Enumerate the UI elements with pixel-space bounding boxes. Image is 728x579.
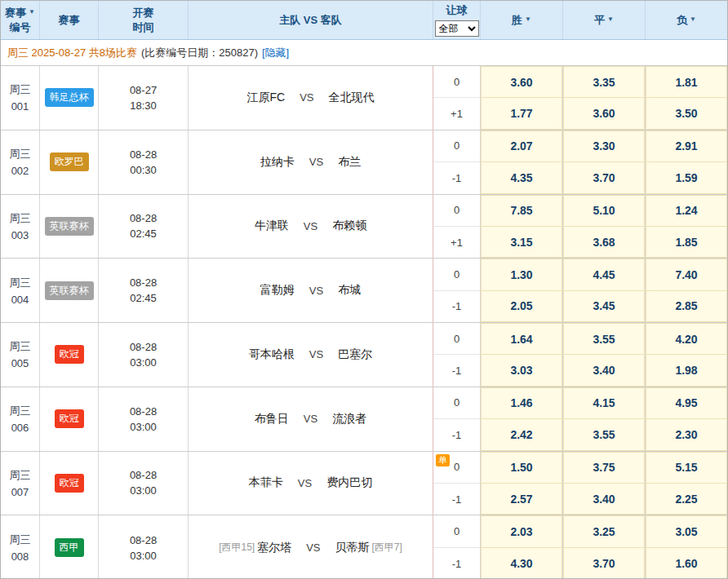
header-draw: 平 ▼ [563,1,646,39]
away-team: 巴塞尔 [338,347,372,362]
away-team: 费内巴切 [326,475,372,490]
handicap-bottom: +1 [433,97,480,129]
handicap-bottom: -1 [433,354,480,386]
match-row: 周三 004 英联赛杯 08-28 02:45 富勒姆 VS 布城 单 0 -1 [1,259,727,323]
handicap-bottom: -1 [433,161,480,193]
handicap-top: 单 0 [433,259,480,290]
sort-arrow-icon[interactable]: ▼ [29,8,35,17]
draw-odds-bottom: 3.68 [563,226,645,258]
lose-odds-cell: 7.40 2.85 [646,259,727,322]
header-win: 胜 ▼ [481,1,563,39]
draw-odds-top: 3.25 [563,515,645,548]
match-day: 周三 [10,276,31,290]
match-date: 08-28 [130,341,157,353]
date-summary-bar: 周三 2025-08-27 共8场比赛 (比赛编号日期：250827) [隐藏] [1,40,727,66]
time-cell: 08-28 00:30 [99,130,189,194]
match-day: 周三 [10,82,31,97]
header-match-number-label1: 赛事 [5,6,26,20]
win-odds-bottom: 1.77 [481,97,562,129]
handicap-filter-select[interactable]: 全部 [435,20,479,37]
match-number: 005 [11,357,29,369]
sort-arrow-icon[interactable]: ▼ [607,15,614,24]
match-date: 08-28 [130,148,157,161]
time-cell: 08-28 02:45 [99,259,189,322]
match-row: 周三 005 欧冠 08-28 03:00 哥本哈根 VS 巴塞尔 单 0 -1 [1,323,727,387]
single-badge: 单 [436,454,450,466]
handicap-value-bottom: -1 [452,365,462,377]
teams-cell: 哥本哈根 VS 巴塞尔 [189,323,433,387]
league-badge[interactable]: 西甲 [55,538,84,557]
vs-label: VS [309,285,323,297]
handicap-top: 单 0 [433,130,480,161]
handicap-cell: 单 0 -1 [433,387,481,451]
lose-odds-bottom: 1.85 [646,226,727,258]
league-badge[interactable]: 欧罗巴 [50,152,89,171]
win-odds-bottom: 3.15 [481,226,562,258]
match-day: 周三 [10,211,31,226]
handicap-cell: 单 0 +1 [433,195,481,259]
handicap-value-bottom: -1 [452,558,462,570]
home-team: 塞尔塔 [257,541,291,555]
handicap-top: 单 0 [433,387,480,418]
match-id-cell: 周三 006 [1,387,40,451]
teams-cell: 拉纳卡 VS 布兰 [189,130,433,194]
lose-odds-top: 1.81 [646,66,727,98]
match-day: 周三 [10,404,31,418]
draw-odds-bottom: 3.55 [563,418,645,450]
teams-cell: 布鲁日 VS 流浪者 [189,387,433,451]
header-lose: 负 ▼ [646,1,727,39]
league-cell: 欧冠 [40,452,99,515]
teams-cell: 本菲卡 VS 费内巴切 [189,452,433,515]
teams-cell: 江原FC VS 全北现代 [189,66,433,130]
handicap-cell: 单 0 -1 [433,452,481,515]
lose-odds-top: 5.15 [646,452,727,484]
vs-label: VS [309,348,323,360]
header-teams: 主队 VS 客队 [189,1,433,39]
match-number: 004 [11,294,29,306]
header-lose-label: 负 [677,13,687,28]
time-cell: 08-28 03:00 [99,515,189,579]
draw-odds-top: 3.55 [563,323,645,355]
handicap-value-bottom: -1 [452,429,462,441]
win-odds-cell: 2.07 4.35 [481,130,563,194]
sort-arrow-icon[interactable]: ▼ [690,15,696,24]
match-id-cell: 周三 005 [1,323,40,387]
win-odds-cell: 7.85 3.15 [481,195,563,259]
match-date: 08-28 [130,212,157,224]
match-time: 03:00 [130,550,157,562]
match-time: 02:45 [130,228,157,240]
hide-link[interactable]: [隐藏] [262,46,289,60]
draw-odds-cell: 4.15 3.55 [563,387,646,451]
vs-label: VS [304,220,317,232]
lose-odds-cell: 1.81 3.50 [646,66,727,130]
draw-odds-bottom: 3.60 [563,97,645,129]
lose-odds-top: 1.24 [646,195,727,227]
handicap-value-bottom: -1 [452,172,462,184]
lose-odds-cell: 4.95 2.30 [646,387,727,451]
match-code-detail: (比赛编号日期：250827) [141,46,258,60]
sort-arrow-icon[interactable]: ▼ [525,15,531,24]
win-odds-top: 2.07 [481,130,562,162]
league-badge[interactable]: 英联赛杯 [45,217,94,236]
lose-odds-cell: 4.20 1.98 [646,323,727,387]
match-time: 00:30 [130,164,157,176]
match-number: 007 [11,486,29,498]
match-date: 08-27 [130,84,157,96]
draw-odds-cell: 3.55 3.40 [563,323,646,387]
match-day: 周三 [10,533,31,547]
win-odds-top: 7.85 [481,195,562,227]
vs-label: VS [304,413,317,425]
league-badge[interactable]: 欧冠 [55,409,84,428]
match-time: 03:00 [130,356,157,369]
handicap-value-top: 0 [454,204,459,216]
league-badge[interactable]: 英联赛杯 [45,281,94,300]
league-badge[interactable]: 欧冠 [55,474,84,493]
handicap-top: 单 0 [433,323,480,354]
league-badge[interactable]: 欧冠 [55,345,84,364]
handicap-cell: 单 0 +1 [433,66,481,130]
handicap-bottom: -1 [433,418,480,450]
handicap-cell: 单 0 -1 [433,323,481,387]
league-badge[interactable]: 韩足总杯 [45,88,94,107]
header-win-label: 胜 [512,13,522,28]
league-cell: 欧冠 [40,387,99,451]
